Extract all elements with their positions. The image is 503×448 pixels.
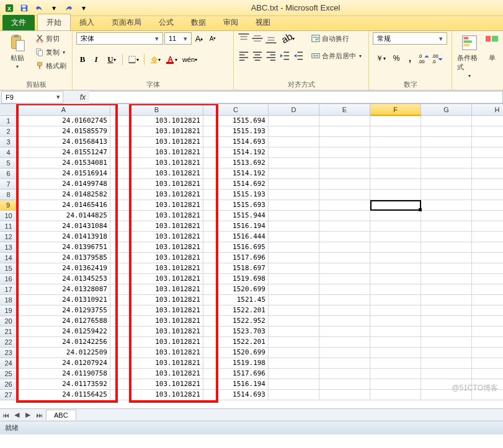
row-header-15[interactable]: 15	[0, 263, 17, 274]
merge-center-button[interactable]: 合并后居中▾	[309, 50, 363, 62]
row-header-9[interactable]: 9	[0, 200, 17, 211]
cell-A11[interactable]: 24.01431084	[17, 221, 110, 232]
font-name-combo[interactable]: 宋体▾	[76, 32, 163, 45]
cell-F8[interactable]	[370, 190, 421, 200]
cell-F10[interactable]	[370, 211, 421, 221]
cell-C19[interactable]: 1522.201	[203, 305, 269, 316]
cell-C14[interactable]: 1517.696	[203, 253, 269, 263]
cell-B9[interactable]: 103.1012821	[110, 200, 203, 211]
cell-A3[interactable]: 24.01568413	[17, 137, 110, 147]
cell-G7[interactable]	[421, 179, 472, 190]
cell-D3[interactable]	[269, 137, 319, 147]
cell-E27[interactable]	[319, 390, 370, 400]
cell-B18[interactable]: 103.1012821	[110, 295, 203, 305]
cell-E3[interactable]	[319, 137, 370, 147]
cell-styles-button[interactable]: 单	[486, 32, 498, 64]
cell-A8[interactable]: 24.01482582	[17, 190, 110, 200]
paste-button[interactable]: 粘贴 ▾	[4, 32, 31, 71]
cell-G22[interactable]	[421, 337, 472, 348]
cell-D13[interactable]	[269, 242, 319, 253]
cell-E8[interactable]	[319, 190, 370, 200]
cell-G24[interactable]	[421, 358, 472, 369]
cell-D6[interactable]	[269, 169, 319, 179]
cell-B6[interactable]: 103.1012821	[110, 169, 203, 179]
cell-H8[interactable]	[472, 190, 503, 200]
cell-D15[interactable]	[269, 263, 319, 274]
sheet-nav-next[interactable]: ▶	[22, 410, 33, 421]
cell-C17[interactable]: 1520.699	[203, 284, 269, 295]
col-header-H[interactable]: H	[472, 104, 503, 116]
cell-C15[interactable]: 1518.697	[203, 263, 269, 274]
cell-H2[interactable]	[472, 126, 503, 137]
cell-G19[interactable]	[421, 305, 472, 316]
bold-button[interactable]: B	[76, 53, 89, 66]
cell-E18[interactable]	[319, 295, 370, 305]
row-header-22[interactable]: 22	[0, 337, 17, 348]
cell-E15[interactable]	[319, 263, 370, 274]
cell-H7[interactable]	[472, 179, 503, 190]
cell-F27[interactable]	[370, 390, 421, 400]
cell-C25[interactable]: 1517.696	[203, 369, 269, 379]
cell-G3[interactable]	[421, 137, 472, 147]
cell-F19[interactable]	[370, 305, 421, 316]
qat-dropdown-2[interactable]: ▾	[77, 1, 91, 15]
cell-H13[interactable]	[472, 242, 503, 253]
cell-D5[interactable]	[269, 158, 319, 169]
align-bottom-button[interactable]	[265, 32, 277, 45]
cell-H21[interactable]	[472, 327, 503, 337]
row-header-21[interactable]: 21	[0, 327, 17, 337]
cell-H27[interactable]	[472, 390, 503, 400]
row-header-18[interactable]: 18	[0, 295, 17, 305]
orientation-button[interactable]: ab▾	[278, 32, 295, 45]
cell-A7[interactable]: 24.01499748	[17, 179, 110, 190]
cell-C18[interactable]: 1521.45	[203, 295, 269, 305]
align-right-button[interactable]	[265, 50, 277, 62]
col-header-C[interactable]: C	[203, 104, 269, 116]
cell-E9[interactable]	[319, 200, 370, 211]
row-header-6[interactable]: 6	[0, 169, 17, 179]
cell-D7[interactable]	[269, 179, 319, 190]
undo-button[interactable]	[32, 1, 46, 15]
row-header-3[interactable]: 3	[0, 137, 17, 147]
row-header-26[interactable]: 26	[0, 379, 17, 390]
cell-A16[interactable]: 24.01345253	[17, 274, 110, 284]
cell-E14[interactable]	[319, 253, 370, 263]
cell-B22[interactable]: 103.1012821	[110, 337, 203, 348]
cell-C10[interactable]: 1515.944	[203, 211, 269, 221]
cell-F4[interactable]	[370, 147, 421, 158]
cell-A15[interactable]: 24.01362419	[17, 263, 110, 274]
cell-F22[interactable]	[370, 337, 421, 348]
cell-E13[interactable]	[319, 242, 370, 253]
cell-F6[interactable]	[370, 169, 421, 179]
decrease-decimal-button[interactable]: .00.0	[431, 52, 443, 64]
fill-color-button[interactable]: ▾	[147, 53, 163, 66]
cell-E6[interactable]	[319, 169, 370, 179]
cell-G26[interactable]	[421, 379, 472, 390]
cell-F14[interactable]	[370, 253, 421, 263]
cell-C24[interactable]: 1519.198	[203, 358, 269, 369]
cell-A24[interactable]: 24.01207924	[17, 358, 110, 369]
row-header-14[interactable]: 14	[0, 253, 17, 263]
align-left-button[interactable]	[238, 50, 250, 62]
cell-H9[interactable]	[472, 200, 503, 211]
cell-D27[interactable]	[269, 390, 319, 400]
cell-D18[interactable]	[269, 295, 319, 305]
cell-H20[interactable]	[472, 316, 503, 327]
cell-A6[interactable]: 24.01516914	[17, 169, 110, 179]
tab-formulas[interactable]: 公式	[150, 14, 182, 30]
align-top-button[interactable]	[238, 32, 250, 45]
row-header-25[interactable]: 25	[0, 369, 17, 379]
cell-A14[interactable]: 24.01379585	[17, 253, 110, 263]
tab-home[interactable]: 开始	[37, 14, 71, 30]
cell-F25[interactable]	[370, 369, 421, 379]
cell-G25[interactable]	[421, 369, 472, 379]
cell-B26[interactable]: 103.1012821	[110, 379, 203, 390]
cell-C5[interactable]: 1513.692	[203, 158, 269, 169]
underline-button[interactable]: U▾	[104, 53, 120, 66]
cell-A19[interactable]: 24.01293755	[17, 305, 110, 316]
cell-B14[interactable]: 103.1012821	[110, 253, 203, 263]
cell-E25[interactable]	[319, 369, 370, 379]
cell-G8[interactable]	[421, 190, 472, 200]
cell-B3[interactable]: 103.1012821	[110, 137, 203, 147]
cell-G6[interactable]	[421, 169, 472, 179]
